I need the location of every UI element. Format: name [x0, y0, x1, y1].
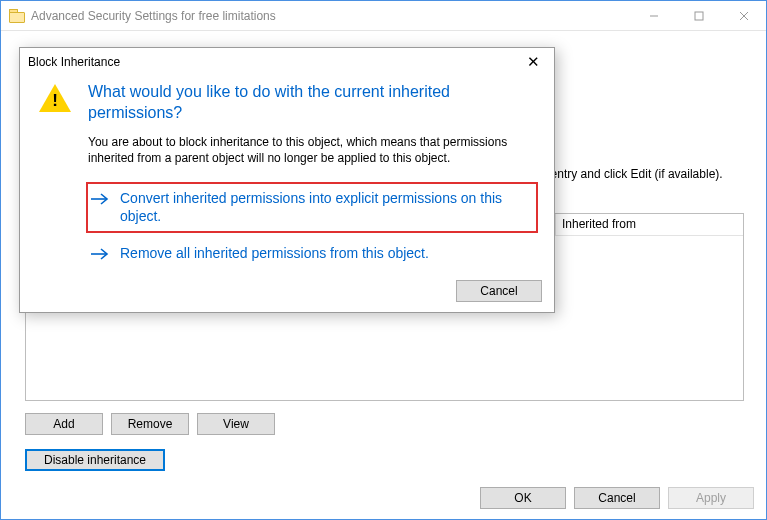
close-icon[interactable]: ✕ [521, 51, 546, 73]
titlebar: Advanced Security Settings for free limi… [1, 1, 766, 31]
dialog-title: Block Inheritance [28, 55, 521, 69]
remove-button[interactable]: Remove [111, 413, 189, 435]
arrow-right-icon [90, 247, 110, 261]
svg-rect-1 [695, 12, 703, 20]
view-button[interactable]: View [197, 413, 275, 435]
dialog-footer: Cancel [456, 280, 542, 302]
disable-inheritance-button[interactable]: Disable inheritance [25, 449, 165, 471]
block-inheritance-dialog: Block Inheritance ✕ What would you like … [19, 47, 555, 313]
dialog-description: You are about to block inheritance to th… [88, 134, 536, 166]
dialog-body: What would you like to do with the curre… [20, 76, 554, 277]
disable-inheritance-row: Disable inheritance [25, 449, 165, 471]
dialog-cancel-button[interactable]: Cancel [456, 280, 542, 302]
ok-button[interactable]: OK [480, 487, 566, 509]
warning-icon [38, 84, 72, 114]
cancel-button[interactable]: Cancel [574, 487, 660, 509]
footer-buttons: OK Cancel Apply [480, 487, 754, 509]
add-button[interactable]: Add [25, 413, 103, 435]
option-remove[interactable]: Remove all inherited permissions from th… [88, 239, 536, 267]
option-convert[interactable]: Convert inherited permissions into expli… [86, 182, 538, 233]
col-inherited[interactable]: Inherited from [556, 214, 743, 235]
dialog-main: What would you like to do with the curre… [88, 82, 536, 267]
apply-button[interactable]: Apply [668, 487, 754, 509]
dialog-titlebar: Block Inheritance ✕ [20, 48, 554, 76]
minimize-button[interactable] [631, 1, 676, 30]
arrow-right-icon [90, 192, 110, 206]
option-remove-text: Remove all inherited permissions from th… [120, 244, 429, 262]
option-convert-text: Convert inherited permissions into expli… [120, 189, 530, 226]
close-button[interactable] [721, 1, 766, 30]
maximize-button[interactable] [676, 1, 721, 30]
window-title: Advanced Security Settings for free limi… [31, 9, 631, 23]
dialog-heading: What would you like to do with the curre… [88, 82, 536, 124]
main-window: Advanced Security Settings for free limi… [0, 0, 767, 520]
folder-icon [9, 9, 25, 22]
perm-buttons: Add Remove View [25, 413, 275, 435]
window-controls [631, 1, 766, 30]
